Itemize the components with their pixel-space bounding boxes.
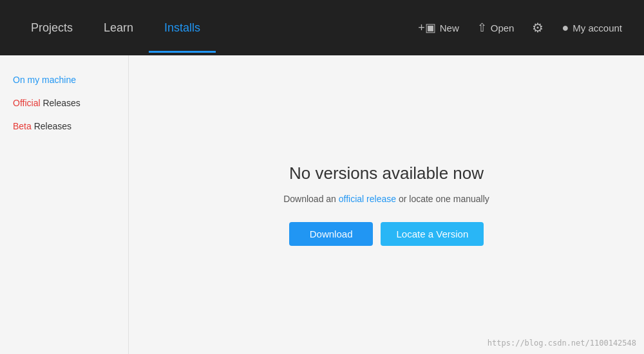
sidebar-item-official-releases[interactable]: Official Releases (0, 91, 128, 115)
download-button[interactable]: Download (289, 222, 374, 246)
sidebar-item-beta-releases[interactable]: Beta Releases (0, 115, 128, 138)
navbar: Projects Learn Installs +▣ New ⇧ Open ⚙ … (0, 0, 644, 55)
action-buttons: Download Locate a Version (289, 222, 484, 246)
locate-version-button[interactable]: Locate a Version (381, 222, 484, 246)
new-label: New (440, 23, 459, 33)
sidebar: On my machine Official Releases Beta Rel… (0, 55, 129, 354)
new-button[interactable]: +▣ New (412, 17, 466, 39)
watermark: https://blog.csdn.net/1100142548 (488, 339, 636, 348)
sidebar-item-label: On my machine (13, 75, 76, 85)
nav-item-learn[interactable]: Learn (88, 3, 149, 53)
new-icon: +▣ (418, 21, 436, 35)
beta-highlight: Beta (13, 121, 32, 131)
no-versions-title: No versions available now (289, 163, 484, 183)
sidebar-item-on-my-machine[interactable]: On my machine (0, 68, 128, 91)
account-icon: ● (562, 21, 569, 35)
my-account-button[interactable]: ● My account (555, 17, 629, 39)
my-account-label: My account (573, 23, 622, 33)
settings-button[interactable]: ⚙ (526, 16, 550, 39)
open-label: Open (491, 23, 515, 33)
open-button[interactable]: ⇧ Open (471, 17, 521, 39)
nav-links: Projects Learn Installs (15, 3, 216, 53)
official-highlight: Official (13, 98, 41, 108)
official-release-link[interactable]: official release (339, 194, 396, 204)
gear-icon: ⚙ (532, 20, 544, 35)
sidebar-item-label-beta-rest: Releases (32, 121, 71, 131)
open-icon: ⇧ (477, 21, 487, 35)
content-area: On my machine Official Releases Beta Rel… (0, 55, 644, 354)
main-content: No versions available now Download an of… (129, 55, 644, 354)
navbar-right: +▣ New ⇧ Open ⚙ ● My account (412, 16, 629, 39)
nav-item-installs[interactable]: Installs (149, 3, 216, 53)
nav-item-projects[interactable]: Projects (15, 3, 88, 53)
sidebar-item-label-official-rest: Releases (41, 98, 80, 108)
no-versions-subtitle: Download an official release or locate o… (283, 194, 489, 204)
